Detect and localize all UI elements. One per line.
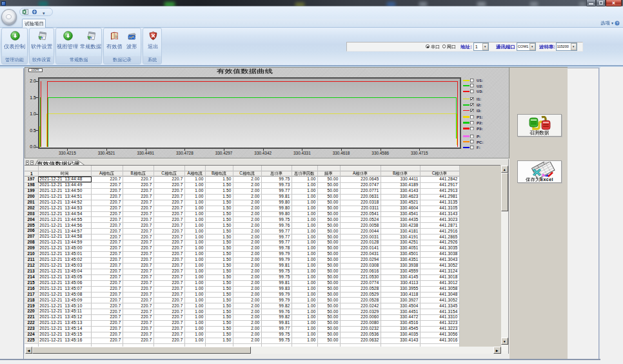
svg-text:?: ? bbox=[616, 21, 618, 24]
